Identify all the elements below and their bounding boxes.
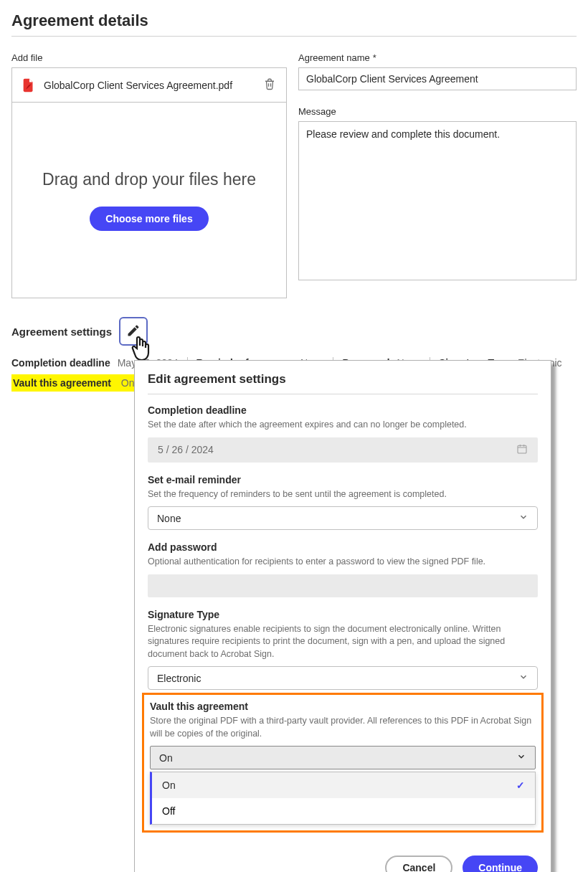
pencil-icon [126, 323, 141, 340]
modal-title: Edit agreement settings [148, 372, 538, 387]
vault-label: Vault this agreement [13, 377, 111, 389]
file-name: GlobalCorp Client Services Agreement.pdf [44, 80, 255, 91]
add-file-label: Add file [11, 52, 287, 63]
completion-deadline-label: Completion deadline [11, 357, 110, 369]
pdf-icon [21, 77, 37, 93]
required-star-icon: * [373, 52, 376, 63]
page-title: Agreement details [11, 11, 577, 30]
edit-settings-button[interactable] [119, 317, 148, 346]
agreement-name-label: Agreement name* [298, 52, 577, 63]
attached-file-row: GlobalCorp Client Services Agreement.pdf [11, 67, 287, 103]
choose-more-files-button[interactable]: Choose more files [90, 207, 208, 231]
title-divider [11, 36, 577, 37]
agreement-name-input[interactable] [298, 67, 577, 90]
drop-zone-text: Drag and drop your files here [42, 170, 256, 189]
agreement-settings-title: Agreement settings [11, 326, 112, 338]
file-drop-zone[interactable]: Drag and drop your files here Choose mor… [11, 103, 287, 298]
trash-icon [263, 82, 276, 93]
message-textarea[interactable]: Please review and complete this document… [298, 121, 577, 280]
vault-highlight: Vault this agreement On [11, 374, 139, 392]
edit-agreement-settings-modal: Edit agreement settings Completion deadl… [134, 360, 551, 403]
vault-value: On [121, 377, 135, 389]
message-label: Message [298, 106, 577, 117]
delete-file-button[interactable] [262, 75, 278, 95]
